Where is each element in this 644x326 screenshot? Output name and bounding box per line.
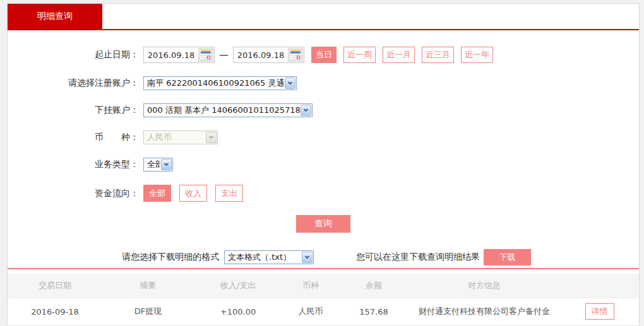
start-date-value: 2016.09.18: [144, 50, 198, 60]
tab-underline: [8, 29, 639, 30]
registered-account-label: 请选择注册账户：: [8, 78, 139, 89]
fund-direction-label: 资金流向：: [8, 188, 139, 199]
download-format-value: 文本格式（.txt）: [228, 252, 301, 263]
business-type-row: 业务类型： 全部: [8, 158, 639, 172]
cell-summary: DF提现: [102, 298, 194, 325]
sub-account-row: 下挂账户： 000 活期 基本户 1406600101102571848: [8, 103, 639, 117]
calendar-icon[interactable]: [198, 48, 213, 62]
registered-account-value: 南平 6222001406100921065 灵通卡: [147, 78, 284, 89]
start-date-input[interactable]: 2016.09.18: [143, 47, 215, 63]
tab-bar: 明细查询: [8, 4, 639, 29]
table-header-row: 交易日期 摘要 收入/支出 币种 余额 对方信息: [8, 274, 639, 298]
fund-direction-income-button[interactable]: 收入: [179, 185, 207, 202]
header-counterparty: 对方信息: [408, 274, 560, 298]
sub-account-value: 000 活期 基本户 1406600101102571848: [147, 105, 300, 116]
download-row: 请您选择下载明细的格式 文本格式（.txt） 您可以在这里下载查询明细结果 下载: [122, 249, 639, 265]
header-action: [560, 274, 639, 298]
header-trade-date: 交易日期: [8, 274, 102, 298]
registered-account-select[interactable]: 南平 6222001406100921065 灵通卡: [143, 76, 297, 90]
chevron-down-icon: [285, 78, 295, 89]
header-income-expense: 收入/支出: [194, 274, 282, 298]
chevron-down-icon: [206, 132, 217, 143]
query-button[interactable]: 查询: [296, 215, 350, 233]
quick-range-month-button[interactable]: 近一月: [383, 47, 415, 63]
registered-account-row: 请选择注册账户： 南平 6222001406100921065 灵通卡: [8, 76, 639, 90]
currency-value: 人民币: [147, 132, 205, 143]
results-table: 交易日期 摘要 收入/支出 币种 余额 对方信息 2016-09-18 DF提现…: [8, 274, 639, 326]
business-type-select[interactable]: 全部: [143, 158, 173, 172]
date-range-row: 起止日期： 2016.09.18 — 2016.09.18: [8, 47, 639, 63]
currency-row: 币 种： 人民币: [8, 131, 639, 144]
query-row: 查询: [8, 215, 639, 233]
date-range-label: 起止日期：: [8, 49, 139, 61]
end-date-input[interactable]: 2016.09.18: [233, 47, 304, 63]
download-hint-text: 您可以在这里下载查询明细结果: [356, 252, 480, 263]
quick-range-week-button[interactable]: 近一周: [343, 47, 376, 63]
detail-button[interactable]: 详情: [585, 303, 614, 320]
header-currency: 币种: [282, 274, 339, 298]
download-format-label: 请您选择下载明细的格式: [122, 252, 219, 263]
cell-currency: 人民币: [282, 298, 339, 325]
header-summary: 摘要: [102, 274, 194, 298]
sub-account-label: 下挂账户：: [8, 105, 139, 116]
tab-detail-query[interactable]: 明细查询: [8, 4, 102, 29]
chevron-down-icon: [301, 105, 311, 116]
cell-amount: +100.00: [194, 298, 282, 325]
calendar-icon[interactable]: [288, 48, 303, 62]
cell-trade-date: 2016-09-18: [8, 298, 102, 325]
header-balance: 余额: [339, 274, 408, 298]
chevron-down-icon: [302, 252, 313, 263]
cell-balance: 157.68: [339, 298, 408, 325]
download-button[interactable]: 下载: [484, 249, 531, 265]
table-top-divider: [8, 268, 639, 269]
content-panel: 明细查询 起止日期： 2016.09.18 —: [7, 3, 640, 325]
fund-direction-all-button[interactable]: 全部: [143, 185, 171, 202]
fund-direction-row: 资金流向： 全部 收入 支出: [8, 185, 639, 202]
quick-range-today-button[interactable]: 当日: [311, 47, 337, 63]
cell-counterparty: 财付通支付科技有限公司客户备付金: [408, 298, 560, 325]
table-row: 2016-09-18 DF提现 +100.00 人民币 157.68 财付通支付…: [8, 298, 639, 325]
end-date-value: 2016.09.18: [234, 50, 288, 60]
quick-range-year-button[interactable]: 近一年: [461, 47, 493, 63]
business-type-value: 全部: [147, 159, 160, 170]
download-format-select[interactable]: 文本格式（.txt）: [224, 250, 314, 264]
currency-select: 人民币: [143, 131, 218, 144]
chevron-down-icon: [161, 159, 172, 170]
currency-label: 币 种：: [8, 132, 139, 143]
business-type-label: 业务类型：: [8, 159, 139, 170]
fund-direction-expense-button[interactable]: 支出: [215, 185, 243, 202]
sub-account-select[interactable]: 000 活期 基本户 1406600101102571848: [143, 103, 313, 117]
date-separator: —: [219, 49, 229, 61]
cell-action: 详情: [560, 298, 639, 325]
quick-range-quarter-button[interactable]: 近三月: [422, 47, 454, 63]
